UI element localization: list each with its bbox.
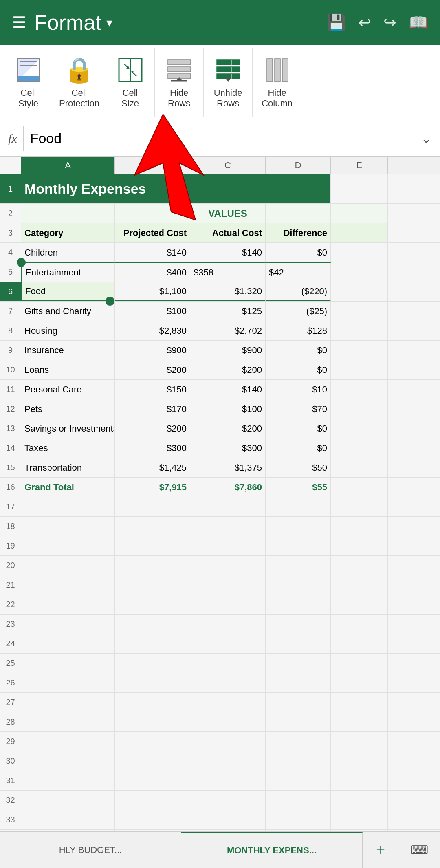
cell-11b[interactable]: $150 [115,380,190,399]
cell-10d[interactable]: $0 [266,360,331,379]
cell-15d[interactable]: $50 [266,458,331,477]
cell-14c[interactable]: $300 [190,438,266,458]
cell-31d[interactable] [266,771,331,790]
cell-11d[interactable]: $10 [266,380,331,399]
cell-32b[interactable] [115,791,190,810]
cell-25e[interactable] [331,654,388,673]
cell-6b[interactable]: $1,100 [115,282,190,301]
cell-9a[interactable]: Insurance [21,341,115,360]
cell-26d[interactable] [266,673,331,692]
cell-21e[interactable] [331,575,388,595]
cell-23e[interactable] [331,615,388,634]
header-actual[interactable]: Actual Cost [190,223,266,242]
title-cell[interactable]: Monthly Expenses [21,174,331,203]
cell-8b[interactable]: $2,830 [115,321,190,340]
undo-icon[interactable]: ↩ [358,13,371,31]
save-icon[interactable]: 💾 [327,13,346,31]
cell-8c[interactable]: $2,702 [190,321,266,340]
cell-20d[interactable] [266,556,331,575]
cell-13e[interactable] [331,419,388,438]
selection-handle-bottom[interactable] [106,297,114,306]
cell-21c[interactable] [190,575,266,595]
cell-18e[interactable] [331,517,388,536]
cell-4d[interactable]: $0 [266,243,331,262]
cell-28c[interactable] [190,712,266,731]
cell-13c[interactable]: $200 [190,419,266,438]
cell-17d[interactable] [266,497,331,516]
cell-23c[interactable] [190,615,266,634]
cell-24a[interactable] [21,634,115,653]
selection-handle-top[interactable] [17,258,26,267]
toolbar-unhide-rows[interactable]: UnhideRows [204,48,253,117]
cell-30a[interactable] [21,751,115,771]
cell-19b[interactable] [115,536,190,555]
cell-9d[interactable]: $0 [266,341,331,360]
cell-17c[interactable] [190,497,266,516]
formula-chevron[interactable]: ⌄ [421,131,432,146]
cell-7b[interactable]: $100 [115,302,190,321]
cell-10b[interactable]: $200 [115,360,190,379]
cell-27b[interactable] [115,693,190,712]
cell-19d[interactable] [266,536,331,555]
cell-18a[interactable] [21,517,115,536]
cell-10e[interactable] [331,360,388,379]
cell-33e[interactable] [331,810,388,829]
cell-20c[interactable] [190,556,266,575]
cell-20a[interactable] [21,556,115,575]
cell-33d[interactable] [266,810,331,829]
cell-21d[interactable] [266,575,331,595]
cell-7a[interactable]: Gifts and Charity [21,302,115,321]
cell-9e[interactable] [331,341,388,360]
cell-32c[interactable] [190,791,266,810]
cell-19e[interactable] [331,536,388,555]
cell-9c[interactable]: $900 [190,341,266,360]
cell-22e[interactable] [331,595,388,614]
cell-33a[interactable] [21,810,115,829]
cell-28e[interactable] [331,712,388,731]
cell-26e[interactable] [331,673,388,692]
cell-5e[interactable] [331,262,388,282]
cell-13a[interactable]: Savings or Investments [21,419,115,438]
cell-15e[interactable] [331,458,388,477]
cell-21a[interactable] [21,575,115,595]
col-header-e[interactable]: E [331,157,388,174]
cell-27d[interactable] [266,693,331,712]
toolbar-cell-style[interactable]: CellStyle [4,48,53,117]
cell-33c[interactable] [190,810,266,829]
cell-8e[interactable] [331,321,388,340]
book-icon[interactable]: 📖 [409,13,428,31]
cell-30d[interactable] [266,751,331,771]
cell-6a[interactable]: Food [21,282,115,301]
cell-16b[interactable]: $7,915 [115,478,190,497]
cell-17e[interactable] [331,497,388,516]
cell-10c[interactable]: $200 [190,360,266,379]
cell-6d[interactable]: ($220) [266,282,331,301]
cell-7e[interactable] [331,302,388,321]
cell-13b[interactable]: $200 [115,419,190,438]
cell-14d[interactable]: $0 [266,438,331,458]
header-projected[interactable]: Projected Cost [115,223,190,242]
cell-18c[interactable] [190,517,266,536]
cell-11c[interactable]: $140 [190,380,266,399]
cell-12e[interactable] [331,399,388,419]
cell-10a[interactable]: Loans [21,360,115,379]
cell-2a[interactable] [21,204,115,223]
cell-22d[interactable] [266,595,331,614]
cell-6e[interactable] [331,282,388,301]
cell-30e[interactable] [331,751,388,771]
cell-5c[interactable]: $358 [190,262,266,282]
cell-26a[interactable] [21,673,115,692]
tab-monthly-budget[interactable]: HLY BUDGET... [0,832,181,868]
cell-5a[interactable]: Entertainment [21,262,115,282]
cell-12b[interactable]: $170 [115,399,190,419]
cell-25c[interactable] [190,654,266,673]
cell-11a[interactable]: Personal Care [21,380,115,399]
cell-30c[interactable] [190,751,266,771]
toolbar-cell-protection[interactable]: 🔒 CellProtection [53,48,106,117]
cell-11e[interactable] [331,380,388,399]
cell-24b[interactable] [115,634,190,653]
cell-12c[interactable]: $100 [190,399,266,419]
cell-25b[interactable] [115,654,190,673]
col-header-c[interactable]: C [190,157,266,174]
cell-29d[interactable] [266,732,331,751]
